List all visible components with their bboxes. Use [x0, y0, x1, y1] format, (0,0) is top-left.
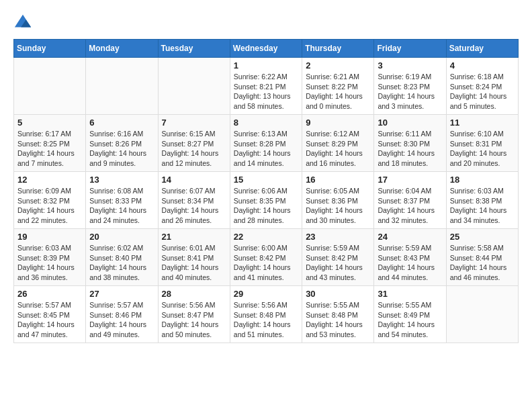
day-number: 30 — [306, 289, 370, 299]
sunset-text: Sunset: 8:39 PM — [17, 254, 70, 262]
day-info: Sunrise: 6:05 AMSunset: 8:36 PMDaylight:… — [306, 186, 370, 226]
day-number: 18 — [450, 175, 515, 185]
calendar-cell: 14Sunrise: 6:07 AMSunset: 8:34 PMDayligh… — [158, 172, 230, 229]
calendar-cell: 24Sunrise: 5:59 AMSunset: 8:43 PMDayligh… — [374, 229, 446, 286]
calendar-cell: 1Sunrise: 6:22 AMSunset: 8:21 PMDaylight… — [230, 58, 302, 115]
sunset-text: Sunset: 8:46 PM — [89, 311, 142, 319]
sunset-text: Sunset: 8:44 PM — [450, 254, 502, 262]
calendar-table: SundayMondayTuesdayWednesdayThursdayFrid… — [13, 39, 519, 343]
calendar-cell: 19Sunrise: 6:03 AMSunset: 8:39 PMDayligh… — [14, 229, 86, 286]
sunset-text: Sunset: 8:40 PM — [89, 254, 142, 262]
day-number: 23 — [306, 232, 370, 242]
daylight-text: Daylight: 14 hours and 46 minutes. — [450, 263, 507, 281]
daylight-text: Daylight: 14 hours and 40 minutes. — [162, 263, 219, 281]
daylight-text: Daylight: 14 hours and 51 minutes. — [234, 320, 291, 338]
logo-icon — [13, 13, 32, 32]
day-info: Sunrise: 5:57 AMSunset: 8:45 PMDaylight:… — [17, 300, 82, 340]
daylight-text: Daylight: 14 hours and 28 minutes. — [234, 206, 291, 224]
daylight-text: Daylight: 14 hours and 0 minutes. — [306, 92, 363, 110]
day-number: 19 — [17, 232, 82, 242]
sunset-text: Sunset: 8:42 PM — [234, 254, 286, 262]
sunrise-text: Sunrise: 5:56 AM — [162, 301, 216, 309]
calendar-cell: 10Sunrise: 6:11 AMSunset: 8:30 PMDayligh… — [374, 115, 446, 172]
calendar-cell: 11Sunrise: 6:10 AMSunset: 8:31 PMDayligh… — [446, 115, 518, 172]
sunrise-text: Sunrise: 5:58 AM — [450, 244, 504, 252]
calendar-cell: 15Sunrise: 6:06 AMSunset: 8:35 PMDayligh… — [230, 172, 302, 229]
weekday-header: Saturday — [446, 40, 518, 58]
day-info: Sunrise: 6:10 AMSunset: 8:31 PMDaylight:… — [450, 129, 515, 169]
calendar-cell: 6Sunrise: 6:16 AMSunset: 8:26 PMDaylight… — [86, 115, 158, 172]
day-number: 12 — [17, 175, 82, 185]
sunrise-text: Sunrise: 6:16 AM — [89, 130, 143, 138]
day-info: Sunrise: 6:12 AMSunset: 8:29 PMDaylight:… — [306, 129, 370, 169]
day-info: Sunrise: 6:00 AMSunset: 8:42 PMDaylight:… — [234, 243, 298, 283]
sunrise-text: Sunrise: 5:59 AM — [306, 244, 359, 252]
weekday-header: Sunday — [14, 40, 86, 58]
day-info: Sunrise: 5:59 AMSunset: 8:42 PMDaylight:… — [306, 243, 370, 283]
day-number: 10 — [378, 118, 442, 128]
day-number: 17 — [378, 175, 442, 185]
day-number: 4 — [450, 60, 515, 71]
day-number: 27 — [89, 289, 154, 299]
calendar-cell: 27Sunrise: 5:57 AMSunset: 8:46 PMDayligh… — [86, 286, 158, 343]
day-info: Sunrise: 6:11 AMSunset: 8:30 PMDaylight:… — [378, 129, 442, 169]
day-number: 20 — [89, 232, 154, 242]
calendar-week-row: 26Sunrise: 5:57 AMSunset: 8:45 PMDayligh… — [14, 286, 519, 343]
daylight-text: Daylight: 14 hours and 32 minutes. — [378, 206, 435, 224]
day-info: Sunrise: 6:17 AMSunset: 8:25 PMDaylight:… — [17, 129, 82, 169]
sunrise-text: Sunrise: 6:15 AM — [162, 130, 216, 138]
calendar-week-row: 12Sunrise: 6:09 AMSunset: 8:32 PMDayligh… — [14, 172, 519, 229]
daylight-text: Daylight: 13 hours and 58 minutes. — [234, 92, 291, 110]
daylight-text: Daylight: 14 hours and 12 minutes. — [162, 149, 219, 167]
sunset-text: Sunset: 8:33 PM — [89, 197, 142, 205]
day-info: Sunrise: 6:22 AMSunset: 8:21 PMDaylight:… — [234, 72, 298, 111]
daylight-text: Daylight: 14 hours and 9 minutes. — [89, 149, 146, 167]
calendar-cell: 31Sunrise: 5:55 AMSunset: 8:49 PMDayligh… — [374, 286, 446, 343]
calendar-week-row: 5Sunrise: 6:17 AMSunset: 8:25 PMDaylight… — [14, 115, 519, 172]
day-number: 8 — [234, 118, 298, 128]
day-number: 24 — [378, 232, 442, 242]
sunrise-text: Sunrise: 6:22 AM — [234, 73, 287, 81]
day-number: 6 — [89, 118, 154, 128]
sunset-text: Sunset: 8:37 PM — [378, 197, 430, 205]
day-number: 2 — [306, 60, 370, 71]
day-number: 15 — [234, 175, 298, 185]
sunrise-text: Sunrise: 5:55 AM — [306, 301, 359, 309]
sunrise-text: Sunrise: 5:56 AM — [234, 301, 287, 309]
daylight-text: Daylight: 14 hours and 24 minutes. — [89, 206, 146, 224]
day-info: Sunrise: 5:56 AMSunset: 8:47 PMDaylight:… — [162, 300, 226, 340]
sunset-text: Sunset: 8:27 PM — [162, 140, 214, 148]
sunset-text: Sunset: 8:41 PM — [162, 254, 214, 262]
sunset-text: Sunset: 8:34 PM — [162, 197, 214, 205]
day-number: 29 — [234, 289, 298, 299]
day-number: 31 — [378, 289, 442, 299]
weekday-header: Tuesday — [158, 40, 230, 58]
sunset-text: Sunset: 8:36 PM — [306, 197, 358, 205]
day-info: Sunrise: 6:18 AMSunset: 8:24 PMDaylight:… — [450, 72, 515, 111]
daylight-text: Daylight: 14 hours and 7 minutes. — [17, 149, 75, 167]
day-info: Sunrise: 6:21 AMSunset: 8:22 PMDaylight:… — [306, 72, 370, 111]
calendar-week-row: 19Sunrise: 6:03 AMSunset: 8:39 PMDayligh… — [14, 229, 519, 286]
sunrise-text: Sunrise: 5:57 AM — [89, 301, 143, 309]
daylight-text: Daylight: 14 hours and 20 minutes. — [450, 149, 507, 167]
calendar-cell: 22Sunrise: 6:00 AMSunset: 8:42 PMDayligh… — [230, 229, 302, 286]
weekday-header: Monday — [86, 40, 158, 58]
sunset-text: Sunset: 8:21 PM — [234, 83, 286, 91]
daylight-text: Daylight: 14 hours and 53 minutes. — [306, 320, 363, 338]
day-info: Sunrise: 6:02 AMSunset: 8:40 PMDaylight:… — [89, 243, 154, 283]
sunrise-text: Sunrise: 6:12 AM — [306, 130, 359, 138]
day-info: Sunrise: 5:56 AMSunset: 8:48 PMDaylight:… — [234, 300, 298, 340]
day-info: Sunrise: 6:09 AMSunset: 8:32 PMDaylight:… — [17, 186, 82, 226]
day-number: 1 — [234, 60, 298, 71]
daylight-text: Daylight: 14 hours and 22 minutes. — [17, 206, 75, 224]
day-info: Sunrise: 6:15 AMSunset: 8:27 PMDaylight:… — [162, 129, 226, 169]
logo — [13, 13, 35, 32]
sunset-text: Sunset: 8:22 PM — [306, 83, 358, 91]
sunrise-text: Sunrise: 6:00 AM — [234, 244, 287, 252]
day-number: 16 — [306, 175, 370, 185]
sunset-text: Sunset: 8:47 PM — [162, 311, 214, 319]
sunset-text: Sunset: 8:43 PM — [378, 254, 430, 262]
day-number: 3 — [378, 60, 442, 71]
sunrise-text: Sunrise: 6:18 AM — [450, 73, 504, 81]
calendar-cell: 4Sunrise: 6:18 AMSunset: 8:24 PMDaylight… — [446, 58, 518, 115]
